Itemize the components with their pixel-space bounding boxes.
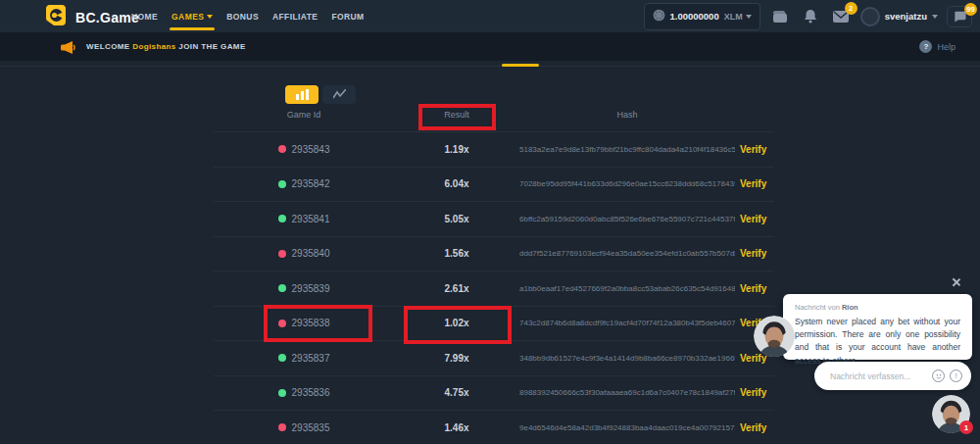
result-value: 4.75x — [394, 387, 519, 398]
brand-name: BC.Game — [75, 10, 139, 25]
close-icon[interactable] — [950, 275, 963, 289]
game-id-cell: 2935843 — [214, 144, 394, 155]
table-row: 2935840 1.56x ddd7f521e87769103ecf94ea35… — [214, 236, 774, 271]
game-id-cell: 2935836 — [214, 387, 394, 398]
nav-item-bonus[interactable]: BONUS — [226, 0, 259, 32]
result-status-dot — [278, 284, 286, 292]
unread-count-badge: 1 — [959, 420, 973, 434]
game-id-cell: 2935837 — [214, 353, 394, 364]
hash-value: ddd7f521e87769103ecf94ea35da50ee354efd1c… — [519, 249, 735, 258]
table-row: 2935837 7.99x 348bb9db61527e4c9f3e4a1414… — [214, 340, 774, 375]
top-navbar: BC.Game HOME GAMES BONUS AFFILIATE FORUM… — [0, 0, 980, 32]
header-verify-spacer — [735, 110, 774, 120]
result-status-dot — [278, 250, 286, 258]
help-label: Help — [937, 42, 956, 52]
result-status-dot — [278, 354, 286, 362]
verify-link[interactable]: Verify — [735, 178, 774, 189]
chevron-down-icon — [746, 15, 752, 19]
chat-badge: 99 — [964, 3, 977, 16]
brand-logo[interactable]: BC.Game — [44, 4, 139, 31]
table-row: 2935842 6.04x 7028be95dd95f441b633d6d296… — [214, 167, 774, 202]
user-menu[interactable]: svenjatzu — [860, 7, 938, 26]
chat-sender-name: Rion — [842, 303, 858, 312]
result-value: 7.99x — [394, 353, 519, 364]
balance-amount: 1.00000000 — [670, 11, 719, 22]
result-status-dot — [278, 423, 286, 431]
game-id-value: 2935842 — [292, 178, 330, 189]
chat-from-line: Nachricht von Rion — [795, 303, 960, 312]
bar-chart-toggle[interactable] — [285, 85, 318, 104]
chat-message-input[interactable] — [830, 371, 927, 381]
username: svenjatzu — [885, 11, 927, 22]
game-id-cell: 2935841 — [214, 214, 394, 224]
result-value: 6.04x — [394, 178, 519, 189]
header-hash: Hash — [519, 110, 735, 120]
trend-chart-toggle[interactable] — [322, 85, 356, 104]
active-tab-indicator — [502, 64, 539, 67]
nav-item-home[interactable]: HOME — [131, 0, 158, 32]
result-status-dot — [278, 215, 286, 222]
nav-item-affiliate[interactable]: AFFILIATE — [272, 0, 318, 32]
emoji-icon[interactable] — [932, 370, 945, 382]
game-id-value: 2935839 — [292, 283, 330, 294]
hash-value: 348bb9db61527e4c9f3e4a1414d9b8ba66ce8970… — [519, 354, 735, 363]
hash-value: 7028be95dd95f441b633d6d296e0ae15cc6238dd… — [519, 179, 735, 188]
chat-from-label: Nachricht von — [795, 303, 840, 312]
game-id-value: 2935835 — [292, 422, 330, 433]
bell-icon-button[interactable] — [800, 6, 821, 27]
chat-message-text: System never placed any bet without your… — [795, 316, 960, 368]
exclamation-icon[interactable]: ! — [950, 370, 962, 382]
game-id-value: 2935840 — [292, 248, 330, 259]
result-status-dot — [278, 180, 286, 188]
result-value: 1.19x — [394, 144, 519, 155]
chat-toggle-button[interactable]: 99 — [947, 6, 972, 27]
hash-value: 8988392450666c53f30afaaaea69c1d6a7c0407e… — [519, 388, 735, 397]
wallet-button[interactable] — [769, 6, 791, 27]
currency-selector[interactable]: XLM — [724, 12, 752, 22]
tab-bar — [0, 61, 980, 67]
mail-button[interactable]: 2 — [830, 6, 852, 27]
announcement-prefix: WELCOME — [86, 42, 130, 51]
game-id-cell: 2935835 — [214, 422, 394, 433]
chat-widget-avatar[interactable]: 1 — [932, 395, 970, 433]
header-game-id: Game Id — [214, 110, 394, 120]
bet-history-table: 2935843 1.19x 5183a2ea7e9d8e13fb79bbf21b… — [214, 131, 774, 444]
table-row: 2935843 1.19x 5183a2ea7e9d8e13fb79bbf21b… — [214, 131, 774, 167]
verify-link[interactable]: Verify — [735, 283, 774, 294]
help-button[interactable]: ? Help — [919, 32, 956, 61]
announcement-text: WELCOME Dogishans JOIN THE GAME — [86, 42, 246, 51]
chat-input-pill: ! — [814, 362, 971, 390]
main-nav: HOME GAMES BONUS AFFILIATE FORUM — [131, 0, 365, 32]
mail-badge: 2 — [845, 2, 858, 15]
coin-icon — [653, 8, 665, 25]
annotation-box-game-id-2935838 — [264, 305, 372, 342]
chat-message-card: Nachricht von Rion System never placed a… — [783, 294, 972, 360]
announcement-suffix: JOIN THE GAME — [178, 42, 245, 51]
game-id-value: 2935837 — [292, 353, 330, 364]
verify-link[interactable]: Verify — [735, 387, 774, 398]
chevron-down-icon — [932, 15, 938, 19]
bcgame-page: BC.Game HOME GAMES BONUS AFFILIATE FORUM… — [0, 0, 980, 444]
game-id-value: 2935841 — [292, 214, 330, 224]
hash-value: 6bffc2a59159d2060d0abc85f526e6be676e5590… — [519, 215, 735, 223]
question-icon: ? — [919, 40, 932, 53]
annotation-box-result-header — [418, 104, 496, 130]
table-row: 2935839 2.61x a1bb0eaaf17ed4527669f2a0bb… — [214, 271, 774, 306]
result-value: 1.56x — [394, 248, 519, 259]
verify-link[interactable]: Verify — [735, 144, 774, 155]
verify-link[interactable]: Verify — [735, 214, 774, 224]
verify-link[interactable]: Verify — [735, 248, 774, 259]
result-status-dot — [278, 389, 286, 397]
verify-link[interactable]: Verify — [735, 422, 774, 433]
announcement-username: Dogishans — [132, 42, 176, 51]
nav-item-forum[interactable]: FORUM — [331, 0, 364, 32]
table-row: 2935835 1.46x 9e4d6546d4e58a42d3b4f92488… — [214, 410, 774, 444]
game-id-cell: 2935839 — [214, 283, 394, 294]
result-value: 1.46x — [394, 422, 519, 433]
navbar-right-controls: 1.00000000 XLM 2 svenjatzu — [644, 0, 973, 32]
game-id-cell: 2935840 — [214, 248, 394, 259]
balance-selector[interactable]: 1.00000000 XLM — [644, 3, 760, 30]
game-id-value: 2935843 — [292, 144, 330, 155]
nav-item-games[interactable]: GAMES — [172, 0, 213, 32]
view-toggles — [285, 85, 356, 104]
